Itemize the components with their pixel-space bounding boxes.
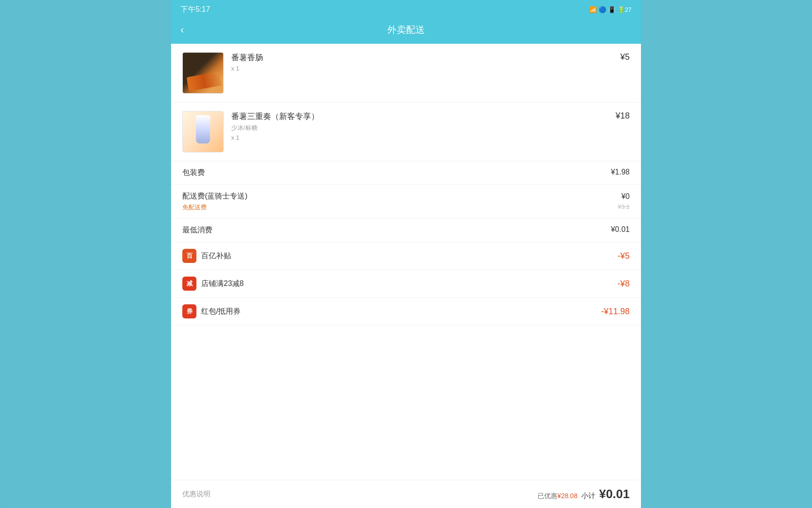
store-discount-row: 减 店铺满23减8 -¥8 — [171, 270, 641, 298]
total-amount: ¥0.01 — [599, 487, 630, 501]
item-sub-2: 少冰/标糖 — [231, 124, 608, 132]
item-price-2: ¥18 — [616, 111, 630, 121]
delivery-fee-main: 配送费(蓝骑士专送) ¥0 — [182, 191, 630, 201]
background-blur-right — [638, 0, 812, 508]
status-time: 下午5:17 — [180, 5, 210, 15]
wifi-icon: 📶 — [589, 6, 597, 13]
phone-container: 下午5:17 📶 🔵 📳 🔋27 ‹ 外卖配送 番薯香肠 x 1 ¥5 番薯三重… — [171, 0, 641, 508]
content-area: 番薯香肠 x 1 ¥5 番薯三重奏（新客专享） 少冰/标糖 x 1 ¥18 包装… — [171, 44, 641, 480]
bluetooth-icon: 🔵 — [599, 6, 606, 13]
store-discount-label: 店铺满23减8 — [201, 279, 244, 289]
hundred-subsidy-label: 百亿补贴 — [201, 251, 231, 261]
original-delivery-value: ¥3.1 — [618, 203, 630, 212]
item-price-1: ¥5 — [620, 52, 630, 62]
red-envelope-value: -¥11.98 — [601, 307, 630, 317]
store-discount-icon: 减 — [182, 277, 196, 291]
hundred-subsidy-left: 百 百亿补贴 — [182, 249, 231, 263]
header-title: 外卖配送 — [387, 24, 425, 36]
item-info-1: 番薯香肠 x 1 — [231, 52, 613, 72]
status-icons: 📶 🔵 📳 🔋27 — [589, 6, 632, 13]
item-image-2 — [182, 111, 224, 152]
saved-label: 已优惠¥28.08 — [538, 492, 578, 500]
free-delivery-label: 免配送费 — [182, 203, 207, 212]
item-name-2: 番薯三重奏（新客专享） — [231, 111, 608, 122]
delivery-fee-sub: 免配送费 ¥3.1 — [182, 203, 630, 212]
red-envelope-label: 红包/抵用券 — [201, 307, 241, 317]
red-envelope-icon: 券 — [182, 304, 196, 318]
status-bar: 下午5:17 📶 🔵 📳 🔋27 — [171, 0, 641, 19]
hundred-subsidy-icon: 百 — [182, 249, 196, 263]
header: ‹ 外卖配送 — [171, 19, 641, 44]
min-order-label: 最低消费 — [182, 225, 212, 235]
item-info-2: 番薯三重奏（新客专享） 少冰/标糖 x 1 — [231, 111, 608, 141]
min-order-row: 最低消费 ¥0.01 — [171, 219, 641, 242]
delivery-fee-label: 配送费(蓝骑士专送) — [182, 191, 248, 201]
hundred-subsidy-row: 百 百亿补贴 -¥5 — [171, 242, 641, 270]
item-qty-1: x 1 — [231, 65, 613, 72]
item-qty-2: x 1 — [231, 134, 608, 141]
order-item-1: 番薯香肠 x 1 ¥5 — [171, 44, 641, 103]
hundred-subsidy-value: -¥5 — [617, 251, 630, 261]
battery-icon: 🔋27 — [617, 6, 632, 13]
packaging-fee-value: ¥1.98 — [611, 168, 630, 176]
red-envelope-row: 券 红包/抵用券 -¥11.98 — [171, 298, 641, 325]
store-discount-value: -¥8 — [617, 279, 630, 289]
footer-total-area: 已优惠¥28.08 小计¥0.01 — [538, 487, 630, 501]
background-blur-left — [0, 0, 174, 508]
item-image-1 — [182, 52, 224, 94]
delivery-fee-value: ¥0 — [621, 192, 630, 201]
red-envelope-left: 券 红包/抵用券 — [182, 304, 241, 318]
item-name-1: 番薯香肠 — [231, 52, 613, 63]
discount-explanation-link[interactable]: 优惠说明 — [182, 490, 211, 499]
saved-prefix: 已优惠 — [538, 492, 557, 500]
back-button[interactable]: ‹ — [180, 24, 184, 36]
footer: 优惠说明 已优惠¥28.08 小计¥0.01 — [171, 480, 641, 508]
packaging-fee-row: 包装费 ¥1.98 — [171, 161, 641, 185]
packaging-fee-label: 包装费 — [182, 168, 205, 178]
total-label: 小计 — [581, 492, 595, 500]
delivery-fee-row: 配送费(蓝骑士专送) ¥0 免配送费 ¥3.1 — [171, 185, 641, 219]
saved-amount: ¥28.08 — [557, 492, 578, 500]
min-order-value: ¥0.01 — [611, 225, 630, 234]
order-item-2: 番薯三重奏（新客专享） 少冰/标糖 x 1 ¥18 — [171, 103, 641, 161]
store-discount-left: 减 店铺满23减8 — [182, 277, 244, 291]
signal-icon: 📳 — [608, 6, 616, 13]
